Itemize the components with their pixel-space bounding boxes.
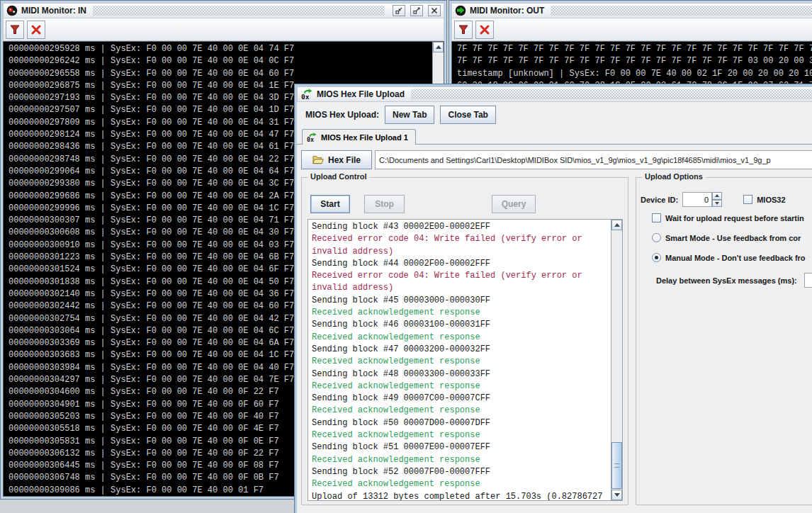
hex-upload-label: MIOS Hex Upload:: [305, 110, 379, 120]
midi-message-line: 00000000296558 ms | SysEx: F0 00 00 7E 4…: [9, 68, 432, 80]
hex-file-path-field[interactable]: C:\Documents and Settings\Carl1\Desktop\…: [375, 150, 812, 169]
hex-upload-tab-icon: 0x: [306, 133, 317, 142]
upload-log-line: Sending block #48 00003300-000033FF: [312, 368, 609, 380]
query-button[interactable]: Query: [492, 195, 536, 213]
upload-log-lines: Sending block #43 00002E00-00002EFFRecei…: [312, 221, 609, 500]
upload-log-line: Received error code 04: Write failed (ve…: [312, 270, 609, 282]
wait-checkbox[interactable]: [652, 213, 661, 222]
upload-log-line: Sending block #52 00007F00-00007FFF: [312, 466, 609, 478]
filter-button[interactable]: [6, 21, 24, 39]
midi-in-title: MIDI Monitor: IN: [21, 6, 86, 16]
funnel-icon: [458, 24, 469, 35]
wait-label: Wait for upload request before startin: [665, 214, 804, 222]
upload-titlebar[interactable]: 0x MIOS Hex File Upload: [297, 86, 812, 102]
svg-text:0x: 0x: [307, 136, 314, 142]
upload-options-group: Upload Options Device ID: 0 MIOS32: [636, 177, 812, 505]
upload-log-line: Received error code 04: Write failed (ve…: [312, 233, 609, 245]
smart-mode-row: Smart Mode - Use feedback from cor: [652, 233, 801, 242]
spinner-up-button[interactable]: [712, 192, 722, 200]
midi-out-titlebar[interactable]: MIDI Monitor: OUT: [451, 3, 812, 18]
delay-label: Delay between SysEx messages (ms):: [656, 276, 797, 285]
upload-log-line: invalid address): [312, 246, 609, 258]
scroll-up-button[interactable]: [433, 42, 444, 52]
minimize-button[interactable]: [393, 5, 405, 16]
clear-x-icon: [479, 24, 490, 35]
hex-upload-icon: 0x: [300, 89, 313, 100]
upload-log-line: Sending block #46 00003100-000031FF: [312, 319, 609, 331]
upload-log: Sending block #43 00002E00-00002EFFRecei…: [308, 219, 623, 501]
upload-log-line: invalid address): [312, 282, 609, 294]
manual-mode-label: Manual Mode - Don't use feedback fro: [665, 254, 806, 262]
upload-log-line: Received acknowledgement response: [312, 429, 609, 441]
upload-log-line: Sending block #50 00007D00-00007DFF: [312, 417, 609, 429]
upload-log-line: Received acknowledgement response: [312, 454, 609, 466]
scroll-thumb[interactable]: [611, 442, 622, 489]
hex-file-button-label: Hex File: [328, 155, 361, 165]
scroll-up-button[interactable]: [611, 220, 622, 230]
upload-log-line: Upload of 13312 bytes completed after 15…: [312, 491, 609, 500]
midi-message-line: 00000000296242 ms | SysEx: F0 00 00 7E 4…: [9, 55, 432, 67]
upload-log-line: Sending block #45 00003000-000030FF: [312, 295, 609, 307]
hex-file-button[interactable]: Hex File: [301, 150, 372, 169]
titlebar-texture: [411, 89, 812, 99]
upload-log-line: Sending block #43 00002E00-00002EFF: [312, 221, 609, 233]
upload-log-scrollbar[interactable]: [611, 220, 622, 500]
mios32-checkbox[interactable]: [743, 195, 752, 204]
wait-option-row: Wait for upload request before startin: [652, 213, 804, 222]
close-tab-button[interactable]: Close Tab: [440, 106, 495, 124]
upload-options-title: Upload Options: [642, 172, 706, 181]
midi-out-icon: [455, 5, 466, 16]
upload-log-line: Received acknowledgement response: [312, 478, 609, 490]
stop-button[interactable]: Stop: [364, 195, 405, 213]
upload-log-line: Sending block #51 00007E00-00007EFF: [312, 441, 609, 453]
midi-message-line: 7F 7F 7F 7F 7F 7F 7F 7F 7F 7F 7F 7F 7F 7…: [457, 43, 812, 55]
upload-tabstrip: 0x MIOS Hex File Upload 1: [297, 127, 812, 145]
upload-log-line: Sending block #44 00002F00-00002FFF: [312, 258, 609, 270]
scroll-down-button[interactable]: [611, 490, 622, 500]
upload-control-title: Upload Control: [308, 172, 369, 181]
device-id-row: Device ID: 0 MIOS32: [641, 192, 786, 207]
upload-control-group: Upload Control Start Stop Query Sending …: [301, 177, 628, 505]
new-tab-button[interactable]: New Tab: [385, 106, 434, 124]
upload-log-line: Received acknowledgement response: [312, 332, 609, 344]
close-button[interactable]: [428, 5, 441, 16]
upload-title: MIOS Hex File Upload: [317, 89, 405, 99]
smart-mode-label: Smart Mode - Use feedback from cor: [665, 234, 801, 242]
upload-log-line: Received acknowledgement response: [312, 307, 609, 319]
tab-label: MIOS Hex File Upload 1: [321, 133, 408, 142]
clear-x-icon: [30, 24, 42, 35]
titlebar-texture: [93, 6, 385, 16]
mios-hex-upload-window: 0x MIOS Hex File Upload MIOS Hex Upload:…: [294, 84, 812, 513]
start-button[interactable]: Start: [310, 195, 350, 213]
delay-row: Delay between SysEx messages (ms):: [656, 273, 812, 288]
delay-input[interactable]: [804, 273, 812, 288]
manual-mode-row: Manual Mode - Don't use feedback fro: [652, 253, 806, 262]
midi-out-toolbar: [451, 18, 812, 41]
manual-mode-radio[interactable]: [652, 253, 661, 262]
upload-tab-panel: Hex File C:\Documents and Settings\Carl1…: [297, 145, 812, 513]
midi-in-titlebar[interactable]: MIDI Monitor: IN: [3, 3, 444, 18]
midi-out-title: MIDI Monitor: OUT: [470, 6, 544, 16]
upload-log-line: Received acknowledgement response: [312, 380, 609, 393]
clear-button[interactable]: [475, 21, 494, 39]
upload-log-line: Received acknowledgement response: [312, 405, 609, 417]
device-id-spinner: 0: [682, 192, 722, 207]
midi-in-toolbar: [3, 18, 444, 41]
tab-mios-hex-file-upload-1[interactable]: 0x MIOS Hex File Upload 1: [302, 129, 416, 145]
svg-text:0x: 0x: [301, 93, 310, 100]
midi-in-icon: [6, 5, 18, 16]
clear-button[interactable]: [27, 21, 45, 39]
funnel-icon: [9, 24, 21, 35]
device-id-field[interactable]: 0: [682, 192, 712, 207]
midi-message-line: 00000000295928 ms | SysEx: F0 00 00 7E 4…: [9, 43, 432, 55]
spinner-down-button[interactable]: [712, 200, 722, 208]
mios32-label: MIOS32: [757, 196, 785, 204]
smart-mode-radio[interactable]: [652, 233, 661, 242]
midi-message-line: 7F 7F 7F 7F 7F 7F 7F 7F 7F 7F 7F 7F 7F 7…: [457, 55, 812, 67]
maximize-button[interactable]: [410, 5, 423, 16]
upload-log-line: Sending block #49 00007C00-00007CFF: [312, 393, 609, 405]
midi-message-line: timestamp [unknown] | SysEx: F0 00 00 7E…: [457, 68, 812, 80]
filter-button[interactable]: [454, 21, 473, 39]
upload-header: MIOS Hex Upload: New Tab Close Tab: [297, 102, 812, 127]
titlebar-texture: [551, 6, 812, 16]
